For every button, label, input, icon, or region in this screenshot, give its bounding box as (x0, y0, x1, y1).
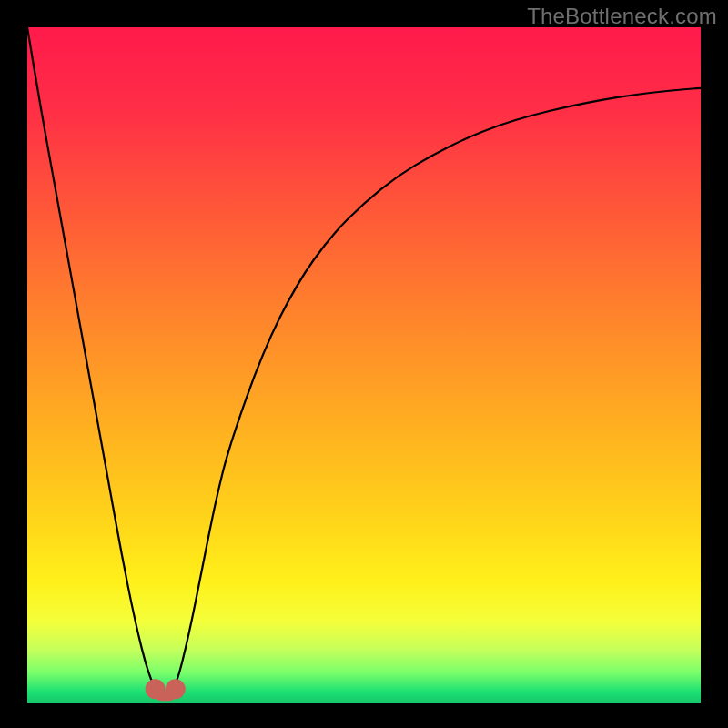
chart-svg (27, 27, 701, 703)
plot-area (27, 27, 701, 703)
marker-right (166, 679, 186, 699)
gradient-background (27, 27, 701, 703)
watermark-text: TheBottleneck.com (527, 4, 717, 29)
marker-left (146, 679, 166, 699)
chart-frame: TheBottleneck.com (0, 0, 728, 728)
